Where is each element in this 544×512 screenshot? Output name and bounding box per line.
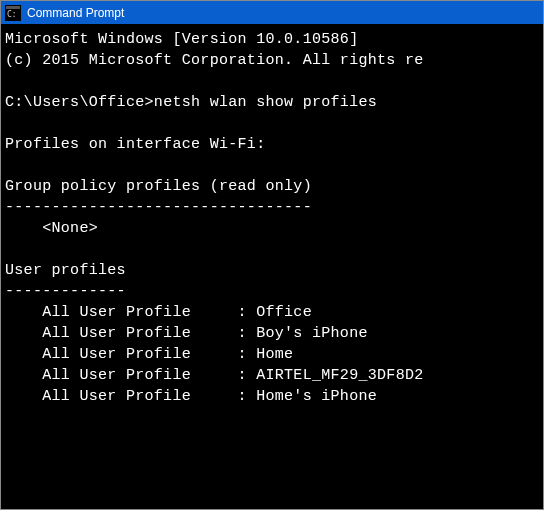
group-none: <None> (5, 220, 98, 237)
cmd-icon: C: (5, 5, 21, 21)
command-typed: netsh wlan show profiles (154, 94, 377, 111)
banner-line-1: Microsoft Windows [Version 10.0.10586] (5, 31, 358, 48)
profile-label: All User Profile : (5, 325, 256, 342)
command-prompt-window: C: Command Prompt Microsoft Windows [Ver… (0, 0, 544, 510)
profile-label: All User Profile : (5, 367, 256, 384)
user-header: User profiles (5, 262, 126, 279)
profile-name: Home (256, 346, 293, 363)
profile-row: All User Profile : Office (5, 302, 539, 323)
profile-name: Home's iPhone (256, 388, 377, 405)
profile-name: Boy's iPhone (256, 325, 368, 342)
profile-label: All User Profile : (5, 304, 256, 321)
user-dashes: ------------- (5, 283, 126, 300)
profile-label: All User Profile : (5, 388, 256, 405)
interface-line: Profiles on interface Wi-Fi: (5, 136, 265, 153)
profile-row: All User Profile : AIRTEL_MF29_3DF8D2 (5, 365, 539, 386)
profile-row: All User Profile : Home (5, 344, 539, 365)
prompt: C:\Users\Office> (5, 94, 154, 111)
banner-line-2: (c) 2015 Microsoft Corporation. All righ… (5, 52, 424, 69)
profile-label: All User Profile : (5, 346, 256, 363)
group-header: Group policy profiles (read only) (5, 178, 312, 195)
profile-name: Office (256, 304, 312, 321)
svg-rect-1 (6, 6, 20, 9)
svg-text:C:: C: (7, 10, 17, 19)
profile-row: All User Profile : Boy's iPhone (5, 323, 539, 344)
titlebar[interactable]: C: Command Prompt (1, 1, 543, 24)
group-dashes: --------------------------------- (5, 199, 312, 216)
profile-name: AIRTEL_MF29_3DF8D2 (256, 367, 423, 384)
profile-row: All User Profile : Home's iPhone (5, 386, 539, 407)
window-title: Command Prompt (27, 6, 124, 20)
console-area[interactable]: Microsoft Windows [Version 10.0.10586] (… (1, 24, 543, 509)
